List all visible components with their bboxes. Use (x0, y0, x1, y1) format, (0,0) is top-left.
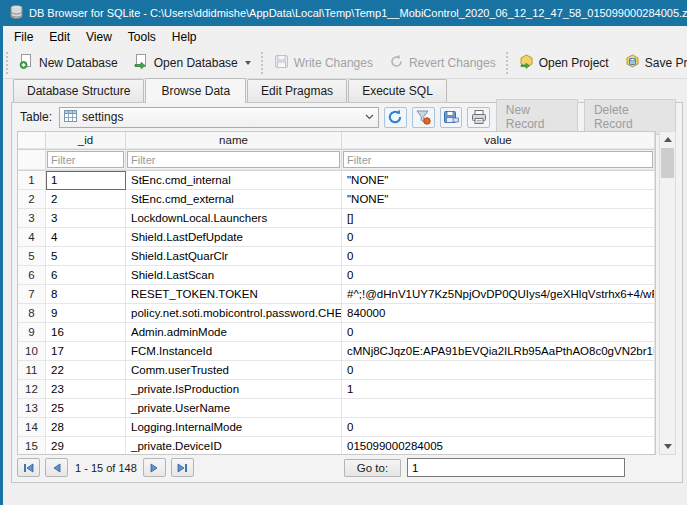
cell-id[interactable]: 4 (46, 228, 126, 247)
chevron-down-icon (365, 114, 374, 120)
clear-filters-button[interactable] (412, 107, 435, 128)
goto-input[interactable] (407, 458, 625, 477)
menu-help[interactable]: Help (164, 28, 205, 46)
column-header-name[interactable]: name (126, 132, 342, 149)
cell-name[interactable]: Shield.LastQuarClr (126, 247, 342, 266)
save-results-button[interactable] (440, 107, 463, 128)
cell-name[interactable]: RESET_TOKEN.TOKEN (126, 285, 342, 304)
row-number[interactable]: 14 (18, 418, 46, 437)
next-page-button[interactable] (143, 458, 166, 477)
menu-view[interactable]: View (78, 28, 120, 46)
cell-name[interactable]: StEnc.cmd_internal (126, 171, 342, 190)
cell-id[interactable]: 3 (46, 209, 126, 228)
tab-database-structure[interactable]: Database Structure (13, 79, 144, 102)
tab-browse-data[interactable]: Browse Data (145, 78, 246, 103)
row-number[interactable]: 6 (18, 266, 46, 285)
print-button[interactable] (467, 107, 490, 128)
open-database-dropdown-caret[interactable] (245, 61, 251, 65)
row-number[interactable]: 8 (18, 304, 46, 323)
cell-value[interactable]: "NONE" (342, 171, 655, 190)
filter-input-id[interactable] (47, 151, 124, 168)
row-number[interactable]: 15 (18, 437, 46, 455)
cell-id[interactable]: 17 (46, 342, 126, 361)
row-number[interactable]: 4 (18, 228, 46, 247)
cell-name[interactable]: _private.IsProduction (126, 380, 342, 399)
refresh-button[interactable] (384, 107, 407, 128)
column-header-id[interactable]: _id (46, 132, 126, 149)
row-number[interactable]: 13 (18, 399, 46, 418)
row-number[interactable]: 12 (18, 380, 46, 399)
cell-name[interactable]: Shield.LastDefUpdate (126, 228, 342, 247)
first-page-button[interactable] (17, 458, 40, 477)
open-database-button[interactable]: Open Database (126, 48, 259, 78)
scrollbar-thumb[interactable] (661, 148, 674, 178)
cell-name[interactable]: _private.DeviceID (126, 437, 342, 455)
save-project-button[interactable]: Save Project (617, 48, 687, 78)
row-number[interactable]: 2 (18, 190, 46, 209)
cell-id[interactable]: 8 (46, 285, 126, 304)
row-number[interactable]: 3 (18, 209, 46, 228)
cell-value[interactable]: 0 (342, 266, 655, 285)
filter-input-value[interactable] (343, 151, 653, 168)
cell-value[interactable]: "NONE" (342, 190, 655, 209)
cell-name[interactable]: StEnc.cmd_external (126, 190, 342, 209)
cell-value[interactable]: 0 (342, 418, 655, 437)
cell-value[interactable]: [] (342, 209, 655, 228)
row-number[interactable]: 7 (18, 285, 46, 304)
cell-value[interactable]: cMNj8CJqz0E:APA91bEVQia2ILRb95AaPthAO8c0… (342, 342, 655, 361)
cell-name[interactable]: FCM.InstanceId (126, 342, 342, 361)
cell-id[interactable]: 1 (46, 171, 126, 190)
cell-value[interactable]: 015099000284005 (342, 437, 655, 455)
cell-id[interactable]: 29 (46, 437, 126, 455)
cell-value[interactable] (342, 399, 655, 418)
cell-value[interactable]: 840000 (342, 304, 655, 323)
cell-id[interactable]: 22 (46, 361, 126, 380)
cell-id[interactable]: 5 (46, 247, 126, 266)
row-number[interactable]: 10 (18, 342, 46, 361)
row-number[interactable]: 9 (18, 323, 46, 342)
scroll-down-icon[interactable] (660, 439, 675, 454)
vertical-scrollbar[interactable] (659, 131, 676, 455)
tab-edit-pragmas[interactable]: Edit Pragmas (247, 79, 347, 102)
selected-table-name: settings (82, 110, 360, 124)
table-icon (64, 108, 77, 126)
table-row: 4 4 Shield.LastDefUpdate 0 (18, 228, 655, 247)
cell-id[interactable]: 9 (46, 304, 126, 323)
cell-name[interactable]: policy.net.soti.mobicontrol.password.CHE… (126, 304, 342, 323)
cell-value[interactable]: #^;!@dHnV1UY7Kz5NpjOvDP0QUIys4/geXHlqVst… (342, 285, 655, 304)
cell-name[interactable]: _private.UserName (126, 399, 342, 418)
menu-file[interactable]: File (6, 28, 41, 46)
revert-changes-button: Revert Changes (381, 48, 504, 78)
new-database-button[interactable]: New Database (11, 48, 126, 78)
cell-value[interactable]: 0 (342, 323, 655, 342)
cell-name[interactable]: Logging.InternalMode (126, 418, 342, 437)
cell-id[interactable]: 6 (46, 266, 126, 285)
scroll-up-icon[interactable] (660, 132, 675, 147)
filter-input-name[interactable] (127, 151, 340, 168)
cell-value[interactable]: 0 (342, 247, 655, 266)
open-project-button[interactable]: Open Project (511, 48, 617, 78)
menu-edit[interactable]: Edit (41, 28, 78, 46)
cell-value[interactable]: 0 (342, 361, 655, 380)
goto-button[interactable]: Go to: (344, 459, 401, 477)
column-header-value[interactable]: value (342, 132, 655, 149)
cell-id[interactable]: 2 (46, 190, 126, 209)
menu-tools[interactable]: Tools (120, 28, 164, 46)
cell-name[interactable]: Comm.userTrusted (126, 361, 342, 380)
cell-name[interactable]: LockdownLocal.Launchers (126, 209, 342, 228)
cell-id[interactable]: 25 (46, 399, 126, 418)
table-select-dropdown[interactable]: settings (59, 107, 379, 128)
row-number[interactable]: 1 (18, 171, 46, 190)
row-number[interactable]: 11 (18, 361, 46, 380)
tab-execute-sql[interactable]: Execute SQL (348, 79, 447, 102)
cell-name[interactable]: Admin.adminMode (126, 323, 342, 342)
cell-id[interactable]: 16 (46, 323, 126, 342)
cell-id[interactable]: 23 (46, 380, 126, 399)
previous-page-button[interactable] (45, 458, 68, 477)
row-number[interactable]: 5 (18, 247, 46, 266)
cell-value[interactable]: 1 (342, 380, 655, 399)
last-page-button[interactable] (171, 458, 194, 477)
cell-value[interactable]: 0 (342, 228, 655, 247)
cell-name[interactable]: Shield.LastScan (126, 266, 342, 285)
cell-id[interactable]: 28 (46, 418, 126, 437)
